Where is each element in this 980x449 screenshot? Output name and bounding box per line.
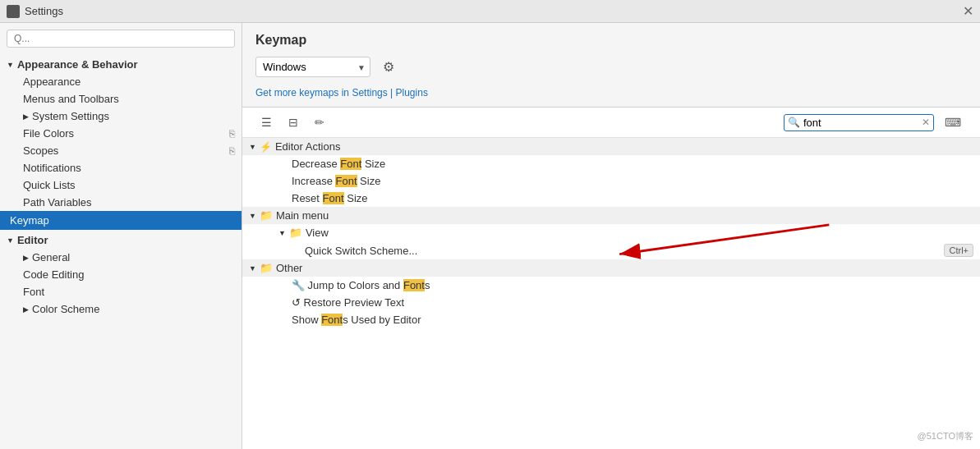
highlight-font-3: Font (323, 192, 344, 204)
tree-item-decrease-font-size[interactable]: Decrease Font Size (242, 155, 980, 172)
chevron-down-icon7: ▼ (249, 264, 256, 273)
plugin-link[interactable]: Get more keymaps in Settings | Plugins (255, 87, 428, 107)
main-container: ▼ Appearance & Behavior Appearance Menus… (0, 23, 980, 449)
highlight-font-1: Font (340, 158, 361, 170)
tree-subgroup-view[interactable]: ▼ 📁 View (242, 224, 980, 241)
highlight-font-2: Font (335, 175, 357, 187)
toolbar-left: ☰ ⊟ ✏ (255, 112, 330, 132)
folder-icon3: 📁 (260, 262, 273, 274)
sidebar-group-label: Appearance & Behavior (17, 58, 138, 71)
search-input[interactable] (803, 117, 918, 129)
sidebar-group-editor[interactable]: ▼ Editor (0, 230, 242, 249)
watermark: @51CTO博客 (918, 430, 973, 442)
chevron-right-icon: ▶ (23, 112, 29, 121)
content-title: Keymap (255, 33, 967, 48)
chevron-down-icon6: ▼ (278, 229, 286, 237)
tree-group-main-menu-header[interactable]: ▼ 📁 Main menu (242, 207, 980, 224)
sidebar-item-font[interactable]: Font (0, 283, 242, 300)
sidebar-item-general[interactable]: ▶ General (0, 249, 242, 266)
tree-item-restore-preview[interactable]: ↺ Restore Preview Text (242, 294, 980, 311)
shortcut-badge-ctrl: Ctrl+ (944, 244, 973, 257)
main-menu-label: Main menu (276, 209, 329, 222)
sidebar-editor-label: Editor (17, 234, 48, 246)
highlight-font-4: Font (403, 279, 425, 291)
copy-icon: ⎘ (229, 128, 235, 140)
title-bar-title: Settings (25, 5, 63, 17)
sidebar-item-path-variables[interactable]: Path Variables (0, 194, 242, 211)
tree-item-increase-font-size[interactable]: Increase Font Size (242, 172, 980, 190)
tree-item-jump-colors-fonts[interactable]: 🔧 Jump to Colors and Fonts (242, 277, 980, 294)
search-shortcuts-button[interactable]: ⌨ (939, 112, 967, 132)
sidebar-item-scopes[interactable]: Scopes ⎘ (0, 142, 242, 159)
sidebar-item-quick-lists[interactable]: Quick Lists (0, 176, 242, 194)
highlight-font-5: Font (321, 314, 343, 326)
sidebar: ▼ Appearance & Behavior Appearance Menus… (0, 23, 242, 449)
app-icon (7, 5, 20, 18)
view-label: View (306, 227, 329, 239)
chevron-down-icon5: ▼ (249, 212, 256, 220)
folder-icon: 📁 (260, 209, 273, 222)
content-area: Keymap Windows Mac OS X Linux ▼ ⚙ Get mo… (242, 23, 980, 449)
tree-item-reset-font-size[interactable]: Reset Font Size (242, 190, 980, 207)
tree-group-other-header[interactable]: ▼ 📁 Other (242, 259, 980, 277)
collapse-all-button[interactable]: ⊟ (283, 112, 304, 132)
title-bar-left: Settings (7, 5, 63, 18)
sidebar-item-appearance[interactable]: Appearance (0, 73, 242, 90)
editor-actions-label: Editor Actions (275, 140, 341, 153)
chevron-down-icon4: ▼ (249, 143, 256, 151)
tree-group-other: ▼ 📁 Other 🔧 Jump to Colors and Fonts ↺ R… (242, 259, 980, 328)
chevron-right-icon2: ▶ (23, 254, 29, 262)
tree-area: ▼ ⚡ Editor Actions Decrease Font Size In… (242, 138, 980, 449)
sidebar-group-appearance-behavior[interactable]: ▼ Appearance & Behavior (0, 54, 242, 73)
sidebar-item-menus-toolbars[interactable]: Menus and Toolbars (0, 90, 242, 108)
copy-icon2: ⎘ (229, 145, 235, 157)
clear-search-button[interactable]: ✕ (922, 117, 930, 128)
actions-icon: ⚡ (260, 141, 272, 153)
tree-group-editor-actions-header[interactable]: ▼ ⚡ Editor Actions (242, 138, 980, 155)
sidebar-item-file-colors[interactable]: File Colors ⎘ (0, 125, 242, 142)
title-bar: Settings ✕ (0, 0, 980, 23)
content-header: Keymap Windows Mac OS X Linux ▼ ⚙ Get mo… (242, 23, 980, 108)
search-area: 🔍 ✕ ⌨ (784, 112, 967, 132)
gear-button[interactable]: ⚙ (377, 56, 400, 78)
tree-group-editor-actions: ▼ ⚡ Editor Actions Decrease Font Size In… (242, 138, 980, 207)
sidebar-item-keymap[interactable]: Keymap (0, 211, 242, 230)
folder-icon2: 📁 (289, 227, 302, 239)
tree-item-quick-switch[interactable]: Quick Switch Scheme... Ctrl+ (242, 241, 980, 259)
sidebar-item-code-editing[interactable]: Code Editing (0, 266, 242, 283)
close-button[interactable]: ✕ (963, 5, 973, 18)
content-wrapper: ▼ ⚡ Editor Actions Decrease Font Size In… (242, 138, 980, 449)
edit-button[interactable]: ✏ (309, 112, 330, 132)
sidebar-search-area (0, 23, 242, 54)
other-label: Other (276, 262, 303, 274)
keymap-select[interactable]: Windows Mac OS X Linux (255, 57, 370, 77)
chevron-right-icon3: ▶ (23, 305, 29, 314)
sidebar-item-system-settings[interactable]: ▶ System Settings (0, 108, 242, 125)
sidebar-search-input[interactable] (7, 30, 235, 48)
chevron-down-icon2: ▼ (7, 236, 14, 245)
expand-all-button[interactable]: ☰ (255, 112, 278, 132)
chevron-down-icon: ▼ (7, 61, 14, 69)
tree-group-main-menu: ▼ 📁 Main menu ▼ 📁 View Quick Switch Sche… (242, 207, 980, 259)
sidebar-item-color-scheme[interactable]: ▶ Color Scheme (0, 300, 242, 318)
toolbar: ☰ ⊟ ✏ 🔍 ✕ ⌨ (242, 108, 980, 138)
keymap-controls: Windows Mac OS X Linux ▼ ⚙ (255, 56, 967, 78)
sidebar-item-notifications[interactable]: Notifications (0, 159, 242, 176)
search-icon: 🔍 (788, 117, 800, 128)
search-box: 🔍 ✕ (784, 114, 934, 131)
keymap-select-wrapper: Windows Mac OS X Linux ▼ (255, 57, 370, 77)
tree-item-show-fonts[interactable]: Show Fonts Used by Editor (242, 311, 980, 328)
